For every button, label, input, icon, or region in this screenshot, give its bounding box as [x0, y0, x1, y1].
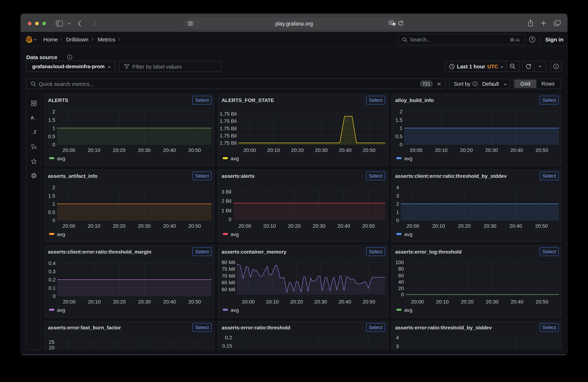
- svg-text:asserts:alerts: asserts:alerts: [222, 173, 254, 179]
- svg-text:65 Mil: 65 Mil: [222, 280, 235, 286]
- svg-text:20:50: 20:50: [188, 299, 201, 305]
- svg-text:0.1: 0.1: [48, 285, 56, 291]
- svg-text:20:00: 20:00: [410, 147, 422, 153]
- svg-text:Select: Select: [542, 173, 556, 179]
- svg-text:2: 2: [396, 201, 399, 207]
- svg-text:0: 0: [396, 218, 399, 223]
- svg-text:20:30: 20:30: [313, 223, 325, 229]
- svg-text:0.5: 0.5: [48, 210, 55, 215]
- svg-text:0.3: 0.3: [48, 269, 56, 274]
- svg-text:1.5: 1.5: [395, 117, 402, 123]
- svg-text:avg: avg: [404, 156, 412, 161]
- svg-text:20:30: 20:30: [138, 299, 151, 305]
- svg-text:20:50: 20:50: [363, 147, 376, 153]
- svg-text:20:50: 20:50: [363, 299, 375, 305]
- svg-text:0: 0: [399, 142, 402, 147]
- svg-text:Select: Select: [369, 97, 382, 103]
- svg-text:20:40: 20:40: [510, 147, 523, 153]
- svg-text:1.5: 1.5: [48, 193, 55, 199]
- svg-text:asserts:container_memory: asserts:container_memory: [222, 249, 286, 255]
- svg-text:20:40: 20:40: [163, 147, 176, 153]
- svg-text:0: 0: [229, 216, 231, 222]
- svg-text:asserts:error_log:threshold: asserts:error_log:threshold: [395, 249, 462, 255]
- svg-text:asserts:client:error:ratio:thr: asserts:client:error:ratio:threshold_by_…: [395, 173, 507, 179]
- svg-text:20:20: 20:20: [460, 147, 473, 153]
- svg-text:ALERTS: ALERTS: [48, 97, 68, 103]
- svg-text:20:50: 20:50: [362, 223, 375, 229]
- svg-text:20:10: 20:10: [88, 147, 100, 153]
- svg-text:75 Mil: 75 Mil: [222, 266, 235, 272]
- svg-text:20:30: 20:30: [314, 299, 327, 305]
- svg-text:1.75 Bil: 1.75 Bil: [220, 111, 237, 117]
- svg-text:0.15: 0.15: [222, 343, 232, 349]
- svg-text:Select: Select: [195, 249, 209, 254]
- svg-text:20:10: 20:10: [436, 299, 449, 305]
- svg-text:20:40: 20:40: [337, 223, 350, 229]
- svg-text:ALERTS_FOR_STATE: ALERTS_FOR_STATE: [222, 97, 274, 103]
- svg-text:20:20: 20:20: [113, 299, 126, 305]
- svg-text:4: 4: [396, 335, 399, 340]
- svg-text:3 Bil: 3 Bil: [222, 189, 231, 195]
- svg-text:avg: avg: [231, 156, 239, 161]
- svg-text:20:30: 20:30: [315, 147, 328, 153]
- svg-text:20:40: 20:40: [163, 299, 176, 305]
- svg-text:20:50: 20:50: [188, 147, 201, 153]
- svg-text:1.75 Bil: 1.75 Bil: [220, 126, 237, 131]
- svg-text:20:10: 20:10: [266, 299, 279, 305]
- svg-text:20:00: 20:00: [242, 299, 255, 305]
- svg-text:20: 20: [398, 286, 404, 291]
- svg-text:60: 60: [398, 273, 404, 278]
- svg-text:20:20: 20:20: [113, 223, 126, 229]
- svg-text:alloy_build_info: alloy_build_info: [395, 97, 434, 103]
- svg-text:20:40: 20:40: [163, 223, 176, 229]
- svg-text:20:20: 20:20: [461, 299, 474, 305]
- svg-text:20:20: 20:20: [288, 223, 301, 229]
- svg-text:avg: avg: [57, 156, 65, 161]
- svg-text:avg: avg: [57, 307, 65, 313]
- svg-text:1: 1: [52, 125, 55, 131]
- svg-text:3: 3: [396, 344, 399, 349]
- svg-text:20:20: 20:20: [291, 147, 304, 153]
- svg-text:20:10: 20:10: [432, 223, 445, 229]
- svg-text:1: 1: [396, 210, 399, 215]
- svg-text:70 Mil: 70 Mil: [222, 273, 235, 279]
- svg-text:20:00: 20:00: [63, 147, 75, 153]
- svg-text:20:40: 20:40: [509, 223, 522, 229]
- svg-text:20:40: 20:40: [511, 299, 523, 305]
- svg-text:asserts_artifact_info: asserts_artifact_info: [48, 173, 98, 179]
- svg-text:Select: Select: [195, 173, 209, 179]
- svg-text:1.75 Bil: 1.75 Bil: [220, 133, 237, 138]
- svg-text:avg: avg: [57, 231, 65, 237]
- svg-text:0.2: 0.2: [225, 335, 232, 340]
- svg-text:avg: avg: [404, 307, 412, 313]
- svg-text:4: 4: [396, 185, 399, 190]
- svg-text:40: 40: [398, 279, 404, 285]
- svg-text:1.75 Bil: 1.75 Bil: [220, 140, 237, 146]
- svg-text:20:00: 20:00: [63, 299, 76, 305]
- svg-text:20:10: 20:10: [435, 147, 447, 153]
- svg-text:0: 0: [52, 218, 55, 223]
- svg-text:20:20: 20:20: [113, 147, 126, 153]
- svg-text:20:30: 20:30: [484, 223, 496, 229]
- svg-text:20:30: 20:30: [486, 299, 499, 305]
- svg-text:20:10: 20:10: [263, 223, 276, 229]
- svg-text:20:40: 20:40: [339, 147, 352, 153]
- svg-text:20:10: 20:10: [88, 299, 101, 305]
- svg-text:2: 2: [399, 109, 402, 115]
- svg-text:0: 0: [401, 292, 404, 297]
- svg-text:20:30: 20:30: [485, 147, 498, 153]
- svg-text:2: 2: [52, 185, 55, 190]
- svg-text:2: 2: [52, 109, 55, 115]
- svg-text:20:00: 20:00: [411, 299, 424, 305]
- svg-text:100: 100: [395, 260, 404, 265]
- svg-text:20:00: 20:00: [238, 223, 251, 229]
- svg-text:20:50: 20:50: [535, 223, 548, 229]
- svg-text:20:30: 20:30: [138, 147, 151, 153]
- svg-text:3: 3: [396, 193, 399, 199]
- svg-text:20:50: 20:50: [536, 299, 548, 305]
- svg-text:1.75 Bil: 1.75 Bil: [220, 118, 237, 124]
- svg-text:20: 20: [49, 345, 55, 350]
- svg-text:1.5: 1.5: [48, 117, 55, 123]
- svg-text:1: 1: [52, 201, 55, 207]
- svg-text:0: 0: [53, 293, 56, 299]
